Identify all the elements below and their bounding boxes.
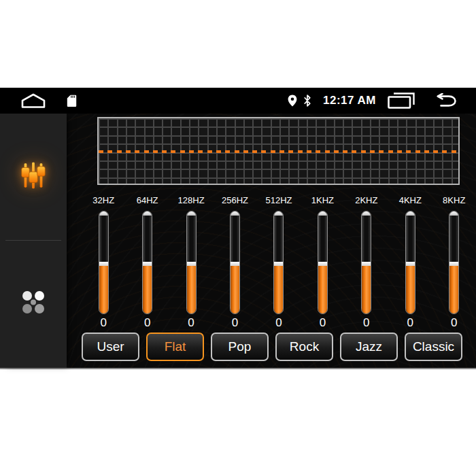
slider-fill — [231, 266, 239, 314]
band-value-32hz: 0 — [100, 316, 106, 330]
sd-card-icon — [67, 95, 77, 107]
band-value-8khz: 0 — [451, 316, 457, 330]
freq-label-128hz: 128HZ — [178, 195, 205, 206]
slider-fill — [318, 266, 327, 314]
equalizer-sliders-icon — [18, 160, 49, 191]
slider-fill — [187, 266, 196, 314]
preset-user[interactable]: User — [82, 333, 139, 361]
eq-band-4khz: 4KHZ0 — [388, 195, 432, 330]
freq-label-8khz: 8KHZ — [443, 195, 465, 206]
clock: 12:17 AM — [323, 94, 376, 107]
slider-track-empty — [406, 216, 415, 262]
slider-track-empty — [99, 216, 108, 262]
location-icon — [288, 95, 297, 107]
slider-fill — [143, 266, 152, 314]
eq-band-512hz: 512HZ0 — [257, 195, 301, 330]
home-icon[interactable] — [20, 92, 46, 109]
eq-response-grid — [97, 117, 460, 185]
band-value-1khz: 0 — [320, 316, 326, 330]
eq-zero-line — [99, 150, 458, 153]
equalizer-panel: 32HZ064HZ0128HZ0256HZ0512HZ01KHZ02KHZ04K… — [67, 114, 476, 368]
freq-label-256hz: 256HZ — [222, 195, 248, 206]
slider-track-empty — [274, 216, 283, 262]
slider-track-empty — [231, 216, 239, 262]
eq-slider-128hz[interactable] — [186, 211, 197, 314]
back-icon[interactable] — [432, 93, 458, 108]
eq-slider-32hz[interactable] — [99, 211, 109, 314]
slider-fill — [406, 266, 415, 314]
eq-slider-64hz[interactable] — [142, 211, 152, 314]
preset-pop[interactable]: Pop — [211, 333, 269, 361]
freq-label-4khz: 4KHZ — [399, 195, 422, 206]
eq-slider-2khz[interactable] — [361, 211, 371, 314]
slider-track-empty — [187, 216, 196, 262]
eq-band-2khz: 2KHZ0 — [345, 195, 388, 330]
slider-fill — [99, 266, 108, 314]
slider-fill — [362, 266, 371, 314]
freq-label-512hz: 512HZ — [265, 195, 292, 206]
sidebar — [0, 114, 67, 368]
eq-band-64hz: 64HZ0 — [125, 195, 169, 330]
slider-fill — [449, 266, 458, 314]
slider-fill — [274, 266, 283, 314]
bluetooth-icon — [303, 95, 311, 107]
preset-buttons: UserFlatPopRockJazzClassic — [82, 333, 462, 361]
eq-band-32hz: 32HZ0 — [82, 195, 125, 330]
status-bar-right: 12:17 AM — [288, 92, 476, 109]
freq-label-1khz: 1KHZ — [311, 195, 334, 206]
balance-dots-icon — [18, 288, 48, 319]
band-value-2khz: 0 — [363, 316, 369, 330]
band-value-4khz: 0 — [407, 316, 413, 330]
freq-label-64hz: 64HZ — [137, 195, 158, 206]
slider-track-empty — [318, 216, 327, 262]
eq-slider-256hz[interactable] — [230, 211, 240, 314]
band-value-64hz: 0 — [144, 316, 150, 330]
eq-band-256hz: 256HZ0 — [213, 195, 256, 330]
sidebar-divider — [5, 240, 61, 241]
eq-band-8khz: 8KHZ0 — [432, 195, 476, 330]
sidebar-item-balance[interactable] — [18, 288, 48, 319]
status-bar-left — [0, 92, 77, 109]
eq-band-1khz: 1KHZ0 — [301, 195, 344, 330]
band-value-256hz: 0 — [232, 316, 238, 330]
preset-flat[interactable]: Flat — [146, 333, 204, 361]
screen-body: 32HZ064HZ0128HZ0256HZ0512HZ01KHZ02KHZ04K… — [0, 114, 476, 368]
preset-classic[interactable]: Classic — [405, 333, 462, 361]
freq-label-32hz: 32HZ — [92, 195, 114, 206]
eq-bands: 32HZ064HZ0128HZ0256HZ0512HZ01KHZ02KHZ04K… — [82, 195, 476, 330]
sidebar-item-equalizer[interactable] — [18, 160, 49, 191]
slider-track-empty — [362, 216, 371, 262]
eq-slider-4khz[interactable] — [405, 211, 415, 314]
eq-slider-1khz[interactable] — [318, 211, 328, 314]
head-unit-screen: 12:17 AM — [0, 88, 476, 369]
eq-slider-8khz[interactable] — [449, 211, 459, 314]
recent-apps-icon[interactable] — [387, 92, 415, 109]
band-value-128hz: 0 — [188, 316, 194, 330]
slider-track-empty — [449, 216, 458, 262]
slider-track-empty — [143, 216, 152, 262]
eq-slider-512hz[interactable] — [273, 211, 284, 314]
status-bar: 12:17 AM — [0, 88, 476, 114]
preset-rock[interactable]: Rock — [275, 333, 333, 361]
band-value-512hz: 0 — [275, 316, 282, 330]
freq-label-2khz: 2KHZ — [355, 195, 377, 206]
preset-jazz[interactable]: Jazz — [340, 333, 398, 361]
eq-band-128hz: 128HZ0 — [169, 195, 213, 330]
